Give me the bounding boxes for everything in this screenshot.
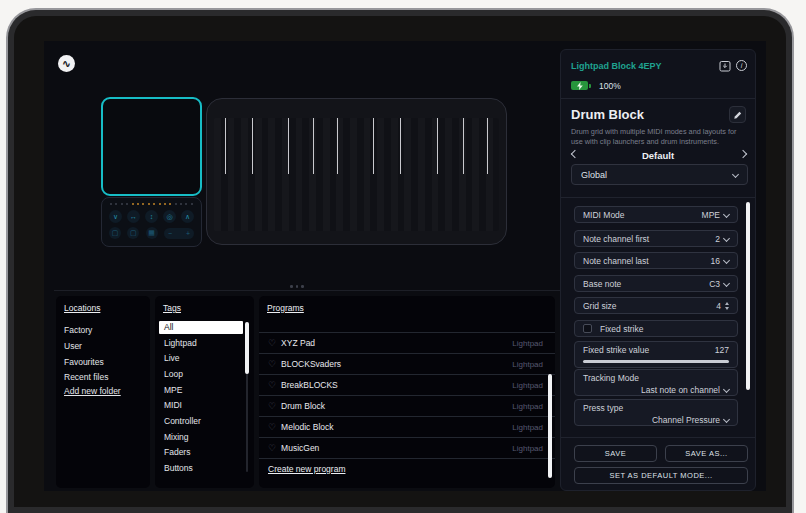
note-channel-first-dropdown[interactable]: Note channel first 2 bbox=[574, 230, 738, 247]
seaboard-keywaves bbox=[214, 118, 499, 231]
grid-button[interactable]: ▦ bbox=[146, 227, 158, 239]
program-tag: Lightpad bbox=[512, 339, 543, 348]
favourite-heart-icon[interactable]: ♡ bbox=[268, 338, 276, 348]
device-panel: Lightpad Block 4EPY i 100% Drum Block Dr… bbox=[560, 49, 756, 491]
black-key-marker bbox=[487, 118, 488, 174]
tag-item-faders[interactable]: Faders bbox=[159, 445, 243, 461]
tags-header: Tags bbox=[163, 303, 181, 313]
loop-block-image[interactable]: ∨ ↔ ↕ ◎ ∧ ▢ ▢ ▦ − + bbox=[101, 197, 202, 247]
scope-dropdown[interactable]: Global bbox=[571, 164, 748, 185]
pencil-icon bbox=[733, 110, 743, 120]
program-row[interactable]: ♡ XYZ Pad Lightpad bbox=[259, 332, 555, 353]
led-dot bbox=[110, 203, 112, 205]
led-dot bbox=[142, 203, 144, 205]
note-channel-last-dropdown[interactable]: Note channel last 16 bbox=[574, 252, 738, 269]
set-as-default-mode-button[interactable]: SET AS DEFAULT MODE... bbox=[574, 467, 748, 484]
stepper-arrows[interactable] bbox=[725, 302, 729, 310]
fixed-strike-checkbox[interactable] bbox=[583, 324, 592, 333]
slide-button[interactable]: ↕ bbox=[145, 210, 158, 223]
save-button[interactable]: SAVE bbox=[574, 445, 657, 462]
drag-handle-icon[interactable] bbox=[290, 285, 304, 288]
lift-button[interactable]: ∧ bbox=[181, 210, 194, 223]
programs-panel: Programs ♡ XYZ Pad Lightpad ♡ BLOCKSvade… bbox=[259, 296, 555, 488]
seaboard-block-image[interactable] bbox=[206, 98, 507, 245]
black-key-marker bbox=[400, 118, 401, 174]
program-tag: Lightpad bbox=[512, 402, 543, 411]
fixed-strike-row[interactable]: Fixed strike bbox=[574, 320, 738, 337]
program-name: XYZ Pad bbox=[281, 338, 315, 348]
fixed-strike-value: 127 bbox=[715, 345, 729, 355]
loop-block-buttons-row2: ▢ ▢ ▦ − + bbox=[108, 227, 195, 239]
location-item-factory[interactable]: Factory bbox=[64, 323, 108, 339]
program-row[interactable]: ♡ MusicGen Lightpad bbox=[259, 437, 555, 458]
program-row[interactable]: ♡ BLOCKSvaders Lightpad bbox=[259, 353, 555, 374]
tag-item-controller[interactable]: Controller bbox=[159, 414, 243, 430]
midi-mode-dropdown[interactable]: MIDI Mode MPE bbox=[574, 206, 738, 223]
create-new-program-link[interactable]: Create new program bbox=[268, 464, 345, 474]
led-dot bbox=[132, 203, 134, 205]
tag-item-midi[interactable]: MIDI bbox=[159, 398, 243, 414]
add-new-folder-link[interactable]: Add new folder bbox=[64, 386, 121, 396]
favourite-heart-icon[interactable]: ♡ bbox=[268, 380, 276, 390]
grid-size-stepper[interactable]: Grid size 4 bbox=[574, 297, 738, 314]
led-dot bbox=[137, 203, 139, 205]
tags-list: All Lightpad Live Loop MPE MIDI Controll… bbox=[159, 320, 243, 477]
mode-button-2[interactable]: ▢ bbox=[127, 227, 139, 239]
plus-icon: + bbox=[186, 230, 190, 237]
velocity-button[interactable]: ∨ bbox=[109, 210, 122, 223]
mode-button-1[interactable]: ▢ bbox=[109, 227, 121, 239]
fixed-strike-value-slider-row[interactable]: Fixed strike value 127 bbox=[574, 341, 738, 368]
settings-scrollbar[interactable] bbox=[746, 202, 750, 390]
location-item-favourites[interactable]: Favourites bbox=[64, 355, 108, 371]
tag-item-all[interactable]: All bbox=[159, 321, 243, 334]
edit-mode-button[interactable] bbox=[729, 106, 746, 123]
create-new-program-row[interactable]: Create new program bbox=[259, 458, 555, 479]
tracking-mode-dropdown[interactable]: Tracking Mode Last note on channel bbox=[574, 369, 738, 396]
tag-item-buttons[interactable]: Buttons bbox=[159, 461, 243, 477]
favourite-heart-icon[interactable]: ♡ bbox=[268, 422, 276, 432]
minus-icon: − bbox=[168, 230, 172, 237]
tag-item-mpe[interactable]: MPE bbox=[159, 383, 243, 399]
black-key-marker bbox=[252, 118, 253, 174]
program-tag: Lightpad bbox=[512, 444, 543, 453]
program-tag: Lightpad bbox=[512, 360, 543, 369]
program-row[interactable]: ♡ Melodic Block Lightpad bbox=[259, 416, 555, 437]
locations-list: Factory User Favourites Recent files bbox=[64, 323, 108, 386]
programs-scrollbar[interactable] bbox=[548, 374, 552, 478]
location-item-user[interactable]: User bbox=[64, 339, 108, 355]
favourite-heart-icon[interactable]: ♡ bbox=[268, 443, 276, 453]
chevron-down-icon bbox=[723, 416, 730, 423]
led-dot bbox=[148, 203, 150, 205]
mode-title: Drum Block bbox=[571, 107, 644, 122]
tag-item-lightpad[interactable]: Lightpad bbox=[159, 336, 243, 352]
roli-logo[interactable]: ∿ bbox=[58, 55, 75, 72]
info-icon[interactable]: i bbox=[736, 60, 747, 71]
glide-button[interactable]: ↔ bbox=[127, 210, 140, 223]
chevron-down-icon bbox=[732, 170, 739, 177]
program-row[interactable]: ♡ Drum Block Lightpad bbox=[259, 395, 555, 416]
black-key-marker bbox=[225, 118, 226, 174]
favourite-heart-icon[interactable]: ♡ bbox=[268, 401, 276, 411]
press-button[interactable]: ◎ bbox=[163, 210, 176, 223]
led-dot bbox=[191, 203, 193, 205]
program-name: BreakBLOCKS bbox=[281, 380, 338, 390]
program-row[interactable]: ♡ BreakBLOCKS Lightpad bbox=[259, 374, 555, 395]
octave-stepper[interactable]: − + bbox=[164, 228, 194, 239]
lightpad-block-image[interactable] bbox=[101, 97, 202, 196]
tag-item-live[interactable]: Live bbox=[159, 351, 243, 367]
black-key-marker bbox=[463, 118, 464, 174]
program-name: MusicGen bbox=[281, 443, 319, 453]
location-item-recent-files[interactable]: Recent files bbox=[64, 370, 108, 386]
favourite-heart-icon[interactable]: ♡ bbox=[268, 359, 276, 369]
base-note-dropdown[interactable]: Base note C3 bbox=[574, 275, 738, 292]
led-dot bbox=[126, 203, 128, 205]
tags-scrollbar[interactable] bbox=[245, 322, 249, 374]
tag-item-loop[interactable]: Loop bbox=[159, 367, 243, 383]
black-key-marker bbox=[337, 118, 338, 174]
press-type-dropdown[interactable]: Press type Channel Pressure bbox=[574, 399, 738, 426]
tag-item-mixing[interactable]: Mixing bbox=[159, 430, 243, 446]
firmware-update-icon[interactable] bbox=[719, 60, 731, 72]
fixed-strike-slider[interactable] bbox=[583, 360, 729, 363]
save-as-button[interactable]: SAVE AS... bbox=[665, 445, 748, 462]
programs-header: Programs bbox=[267, 303, 304, 313]
